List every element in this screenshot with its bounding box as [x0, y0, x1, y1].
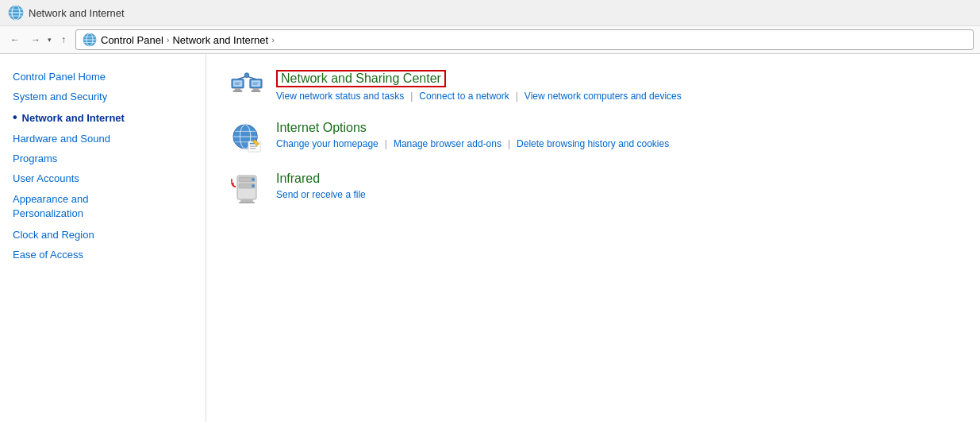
infrared-title[interactable]: Infrared: [276, 172, 320, 186]
sidebar-label: Clock and Region: [13, 229, 94, 241]
main-layout: Control Panel Home System and Security •…: [0, 54, 980, 422]
sidebar-label: Appearance andPersonalization: [13, 192, 88, 221]
view-network-status-link[interactable]: View network status and tasks: [276, 91, 404, 102]
history-dropdown[interactable]: ▾: [48, 36, 52, 44]
svg-point-39: [252, 184, 255, 187]
svg-rect-11: [235, 88, 241, 91]
svg-rect-41: [239, 202, 255, 203]
svg-rect-40: [240, 199, 253, 202]
up-button[interactable]: ↑: [55, 31, 72, 48]
breadcrumb-network-internet[interactable]: Network and Internet: [172, 34, 268, 46]
send-receive-file-link[interactable]: Send or receive a file: [276, 189, 366, 200]
address-bar: ← → ▾ ↑ Control Panel › Network and Inte…: [0, 26, 980, 54]
sidebar-label: Programs: [13, 153, 57, 164]
breadcrumb-control-panel[interactable]: Control Panel: [101, 34, 163, 46]
view-network-computers-link[interactable]: View network computers and devices: [525, 91, 682, 102]
infrared-content: Infrared Send or receive a file: [276, 172, 366, 200]
address-path[interactable]: Control Panel › Network and Internet ›: [75, 29, 974, 50]
svg-rect-19: [233, 80, 242, 87]
sidebar-label: Hardware and Sound: [13, 133, 110, 145]
sidebar-label: Control Panel Home: [13, 71, 106, 83]
sidebar-label: Network and Internet: [22, 112, 125, 124]
sidebar-item-control-panel-home[interactable]: Control Panel Home: [0, 67, 206, 87]
sidebar-item-programs[interactable]: Programs: [0, 149, 206, 168]
title-bar: Network and Internet: [0, 0, 980, 26]
sidebar-label: Ease of Access: [13, 249, 83, 261]
svg-rect-33: [250, 148, 256, 149]
svg-rect-32: [250, 146, 258, 147]
title-bar-icon: [8, 5, 24, 21]
internet-options-links: Change your homepage | Manage browser ad…: [276, 138, 669, 149]
active-bullet: •: [13, 110, 17, 125]
svg-point-38: [252, 178, 255, 181]
manage-browser-addons-link[interactable]: Manage browser add-ons: [394, 138, 502, 149]
title-bar-label: Network and Internet: [29, 7, 125, 19]
internet-options-content: Internet Options Change your homepage | …: [276, 121, 669, 149]
delete-browsing-history-link[interactable]: Delete browsing history and cookies: [517, 138, 669, 149]
connect-to-network-link[interactable]: Connect to a network: [419, 91, 509, 102]
sidebar-label: User Accounts: [13, 172, 79, 184]
network-sharing-title[interactable]: Network and Sharing Center: [276, 70, 446, 87]
sidebar-item-clock-region[interactable]: Clock and Region: [0, 225, 206, 245]
content-area: Network and Sharing Center View network …: [206, 54, 980, 422]
sidebar: Control Panel Home System and Security •…: [0, 54, 206, 422]
category-internet-options: Internet Options Change your homepage | …: [230, 121, 956, 154]
path-globe-icon: [83, 33, 97, 47]
infrared-links: Send or receive a file: [276, 189, 366, 200]
sidebar-item-appearance-personalization[interactable]: Appearance andPersonalization: [0, 188, 206, 225]
sidebar-label: System and Security: [13, 91, 107, 102]
svg-rect-15: [252, 91, 260, 92]
network-sharing-icon: [230, 70, 263, 103]
network-sharing-links: View network status and tasks | Connect …: [276, 91, 682, 102]
internet-options-icon: [230, 121, 263, 154]
sidebar-item-ease-of-access[interactable]: Ease of Access: [0, 245, 206, 265]
sidebar-item-user-accounts[interactable]: User Accounts: [0, 168, 206, 188]
svg-rect-12: [233, 91, 242, 92]
category-infrared: Infrared Send or receive a file: [230, 172, 956, 205]
category-network-sharing: Network and Sharing Center View network …: [230, 70, 956, 103]
network-sharing-content: Network and Sharing Center View network …: [276, 70, 682, 102]
svg-line-17: [238, 77, 246, 79]
sidebar-item-network-internet[interactable]: • Network and Internet: [0, 106, 206, 129]
change-homepage-link[interactable]: Change your homepage: [276, 138, 379, 149]
back-button[interactable]: ←: [6, 31, 24, 48]
forward-button[interactable]: →: [27, 31, 44, 48]
sidebar-item-hardware-sound[interactable]: Hardware and Sound: [0, 129, 206, 149]
svg-line-18: [248, 77, 256, 79]
sidebar-item-system-security[interactable]: System and Security: [0, 87, 206, 106]
infrared-icon: [230, 172, 263, 205]
internet-options-title[interactable]: Internet Options: [276, 121, 367, 135]
svg-rect-14: [253, 88, 259, 91]
svg-rect-20: [252, 80, 260, 87]
